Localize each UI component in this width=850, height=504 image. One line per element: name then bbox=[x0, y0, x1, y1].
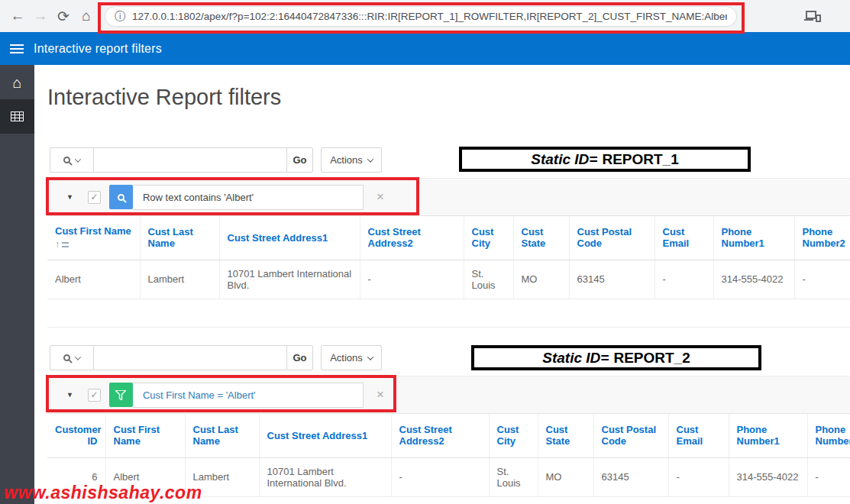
table-cell: Lambert bbox=[140, 260, 219, 299]
annotation-static-id-report2: Static ID= REPORT_2 bbox=[471, 345, 761, 370]
report1-actions-button[interactable]: Actions bbox=[321, 147, 382, 173]
column-header[interactable]: Cust First Name bbox=[105, 414, 185, 457]
sort-bars-icon bbox=[62, 242, 69, 247]
table-cell: - bbox=[794, 260, 850, 299]
table-cell: - bbox=[360, 260, 464, 299]
refresh-icon[interactable]: ⟳ bbox=[52, 8, 75, 25]
table-cell: St. Louis bbox=[464, 260, 513, 299]
report2-actions-button[interactable]: Actions bbox=[321, 345, 382, 370]
column-header[interactable]: Cust City bbox=[464, 216, 513, 260]
table-row: Albert Lambert 10701 Lambert Internation… bbox=[47, 260, 850, 299]
column-filter-funnel-icon[interactable] bbox=[109, 383, 133, 407]
column-header[interactable]: Phone Number1 bbox=[729, 414, 807, 457]
report1-filter-checkbox[interactable]: ✓ bbox=[88, 191, 101, 204]
column-header[interactable]: Cust State bbox=[538, 414, 593, 457]
column-header[interactable]: Phone Number2 bbox=[794, 216, 850, 260]
column-header[interactable]: Customer ID bbox=[47, 414, 105, 457]
report2-filter-checkbox[interactable]: ✓ bbox=[88, 389, 101, 402]
watermark: www.ashishsahay.com bbox=[4, 483, 202, 503]
report1-table: Cust First Name ↑ Cust Last Name Cust St… bbox=[47, 216, 850, 299]
sidebar-item-reports[interactable] bbox=[0, 99, 34, 134]
column-header[interactable]: Cust Email bbox=[668, 414, 729, 457]
table-cell: 63145 bbox=[593, 457, 668, 496]
table-cell: 10701 Lambert International Blvd. bbox=[219, 260, 360, 299]
report2-filter-label[interactable]: Cust First Name = 'Albert' bbox=[133, 383, 364, 408]
report2-filter-remove-icon[interactable]: × bbox=[377, 387, 384, 402]
column-header[interactable]: Cust State bbox=[513, 216, 569, 260]
table-cell: 314-555-4022 bbox=[729, 457, 807, 496]
phone-icon bbox=[816, 15, 821, 22]
report2-go-button[interactable]: Go bbox=[286, 345, 313, 370]
report1-search-column-button[interactable] bbox=[50, 147, 94, 173]
report1-filter-row: ▼ ✓ Row text contains 'Albert' × bbox=[47, 178, 850, 216]
app-header: Interactive report filters bbox=[0, 32, 850, 65]
table-cell: - bbox=[654, 260, 713, 299]
url-bar[interactable]: ⓘ 127.0.0.1:1802/apex/f?p=102:2:16440472… bbox=[105, 6, 737, 27]
static-id-label: Static ID= bbox=[542, 350, 609, 367]
monitor-icon bbox=[806, 11, 816, 19]
column-header[interactable]: Cust Last Name bbox=[185, 414, 259, 457]
sort-ascending-icon: ↑ bbox=[55, 239, 60, 250]
static-id-value: REPORT_1 bbox=[602, 151, 678, 168]
monitor-base bbox=[804, 19, 813, 21]
column-header[interactable]: Cust Street Address1 bbox=[259, 414, 391, 457]
table-cell: MO bbox=[538, 457, 593, 496]
page-title: Interactive Report filters bbox=[47, 85, 281, 110]
search-icon bbox=[63, 157, 70, 163]
column-header[interactable]: Cust Street Address2 bbox=[391, 414, 489, 457]
home-icon: ⌂ bbox=[12, 75, 21, 90]
report2-header-row: Customer ID Cust First Name Cust Last Na… bbox=[47, 414, 850, 457]
column-header[interactable]: Cust Postal Code bbox=[593, 414, 668, 457]
search-icon bbox=[63, 354, 70, 361]
report1-filter-label[interactable]: Row text contains 'Albert' bbox=[133, 185, 364, 210]
report2-search-column-button[interactable] bbox=[50, 345, 94, 370]
chevron-down-icon bbox=[75, 156, 81, 162]
table-cell: 10701 Lambert International Blvd. bbox=[259, 457, 391, 496]
column-header[interactable]: Cust First Name ↑ bbox=[47, 216, 140, 260]
browser-toolbar: ← → ⟳ ⌂ ⓘ 127.0.0.1:1802/apex/f?p=102:2:… bbox=[0, 0, 850, 32]
funnel-icon bbox=[115, 390, 126, 400]
page-info-icon[interactable]: ⓘ bbox=[115, 10, 125, 24]
sidebar: ⌂ bbox=[0, 65, 34, 504]
table-cell: - bbox=[391, 457, 489, 496]
column-header[interactable]: Cust Street Address1 bbox=[219, 216, 360, 260]
table-cell: - bbox=[668, 457, 729, 496]
report1-filter-remove-icon[interactable]: × bbox=[377, 189, 384, 205]
grid-icon bbox=[11, 111, 24, 121]
actions-label: Actions bbox=[330, 154, 363, 166]
report1-search-input[interactable] bbox=[94, 147, 286, 173]
forward-icon[interactable]: → bbox=[29, 8, 52, 24]
main-content: Interactive Report filters Go Actions ▼ … bbox=[34, 65, 850, 504]
chevron-down-icon bbox=[367, 156, 373, 162]
table-cell: Albert bbox=[47, 260, 140, 299]
chevron-down-icon bbox=[367, 354, 373, 360]
chevron-down-icon bbox=[75, 354, 81, 360]
table-cell: St. Louis bbox=[489, 457, 538, 496]
column-header[interactable]: Phone Number1 bbox=[713, 216, 794, 260]
menu-icon[interactable] bbox=[10, 44, 24, 53]
collapse-triangle-icon[interactable]: ▼ bbox=[66, 193, 73, 201]
report1-footer bbox=[47, 299, 850, 328]
column-header[interactable]: Cust City bbox=[489, 414, 538, 457]
column-header[interactable]: Cust Postal Code bbox=[569, 216, 654, 260]
report1-header-row: Cust First Name ↑ Cust Last Name Cust St… bbox=[47, 216, 850, 260]
sidebar-item-home[interactable]: ⌂ bbox=[0, 65, 34, 99]
back-icon[interactable]: ← bbox=[6, 8, 29, 24]
browser-home-icon[interactable]: ⌂ bbox=[75, 8, 98, 24]
column-header[interactable]: Phone Number2 bbox=[807, 414, 850, 457]
column-header[interactable]: Cust Last Name bbox=[140, 216, 219, 260]
app-title: Interactive report filters bbox=[34, 42, 162, 56]
devices-icon[interactable] bbox=[806, 11, 821, 22]
collapse-triangle-icon[interactable]: ▼ bbox=[66, 391, 73, 399]
column-header[interactable]: Cust Street Address2 bbox=[360, 216, 464, 260]
report1-go-button[interactable]: Go bbox=[286, 147, 313, 173]
search-icon bbox=[118, 194, 124, 201]
table-cell: 314-555-4022 bbox=[713, 260, 794, 299]
report2-search-input[interactable] bbox=[94, 345, 286, 370]
row-search-filter-icon[interactable] bbox=[109, 185, 133, 209]
static-id-label: Static ID= bbox=[531, 151, 597, 168]
column-header[interactable]: Cust Email bbox=[654, 216, 713, 260]
annotation-static-id-report1: Static ID= REPORT_1 bbox=[459, 147, 751, 172]
actions-label: Actions bbox=[330, 352, 363, 363]
table-cell: MO bbox=[513, 260, 569, 299]
